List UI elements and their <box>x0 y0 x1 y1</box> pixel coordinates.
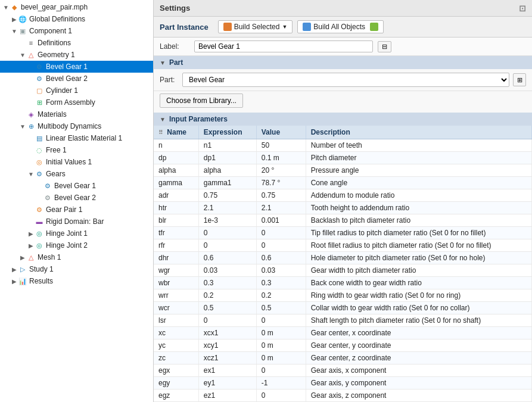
param-expression: 0 <box>198 227 256 239</box>
build-selected-button[interactable]: Build Selected ▼ <box>218 20 293 33</box>
param-name: zc <box>154 352 198 364</box>
tree-item-materials[interactable]: ◈ Materials <box>0 108 153 120</box>
param-name: dhr <box>154 252 198 264</box>
param-expression: xcx1 <box>198 327 256 339</box>
tree-icon-initial-vals: ◎ <box>35 157 44 167</box>
param-name: wgr <box>154 264 198 277</box>
tree-item-geometry1[interactable]: ▼ △ Geometry 1 <box>0 49 153 61</box>
label-input[interactable] <box>194 40 373 52</box>
tree-toggle-hinge-joint1[interactable]: ▶ <box>27 230 35 237</box>
table-row[interactable]: wrr 0.2 0.2 Ring width to gear width rat… <box>154 289 532 302</box>
table-row[interactable]: lsr 0 0 Shaft length to pitch diameter r… <box>154 314 532 327</box>
table-row[interactable]: htr 2.1 2.1 Tooth height to addendum rat… <box>154 202 532 214</box>
tree-item-study1[interactable]: ▶ ▷ Study 1 <box>0 263 153 275</box>
table-row[interactable]: wcr 0.5 0.5 Collar width to gear width r… <box>154 302 532 314</box>
tree-toggle-study1[interactable]: ▶ <box>11 266 18 273</box>
label-action-button[interactable]: ⊟ <box>378 41 391 52</box>
table-row[interactable]: xc xcx1 0 m Gear center, x coordinate <box>154 327 532 339</box>
tree-toggle-root[interactable]: ▼ <box>2 4 10 11</box>
tree-label-component1: Component 1 <box>29 27 72 35</box>
part-select-icon[interactable]: ⊞ <box>513 73 526 86</box>
tree-icon-multibody: ⊕ <box>26 121 36 131</box>
param-value: 0.5 <box>256 302 306 314</box>
table-row[interactable]: egz ez1 0 Gear axis, z component <box>154 389 532 402</box>
param-name: xc <box>154 327 198 339</box>
tree-toggle-global-defs[interactable]: ▶ <box>11 16 18 23</box>
build-selected-arrow[interactable]: ▼ <box>282 24 287 30</box>
table-row[interactable]: wbr 0.3 0.3 Back cone width to gear widt… <box>154 277 532 289</box>
table-row[interactable]: egx ex1 0 Gear axis, x component <box>154 364 532 377</box>
tree-item-bevel-gear-2[interactable]: ⚙ Bevel Gear 2 <box>0 73 153 85</box>
table-row[interactable]: egy ey1 -1 Gear axis, y component <box>154 377 532 389</box>
tree-item-mesh1[interactable]: ▶ △ Mesh 1 <box>0 251 153 263</box>
tree-item-hinge-joint2[interactable]: ▶ ◎ Hinge Joint 2 <box>0 239 153 251</box>
part-section-title: Part <box>169 58 183 67</box>
tree-item-form-assembly[interactable]: ⊞ Form Assembly <box>0 96 153 108</box>
tree-icon-mesh1: △ <box>26 253 36 262</box>
tree-item-results[interactable]: ▶ 📊 Results <box>0 275 153 287</box>
tree-icon-definitions: ≡ <box>26 38 36 48</box>
tree-item-bevel-gear-1[interactable]: ⚙ Bevel Gear 1 <box>0 61 153 73</box>
col-header-value: Value <box>256 126 306 139</box>
table-row[interactable]: dhr 0.6 0.6 Hole diameter to pitch diame… <box>154 252 532 264</box>
col-name-label: Name <box>167 128 186 136</box>
choose-from-library-button[interactable]: Choose from Library... <box>160 94 243 108</box>
tree-item-free1[interactable]: ◌ Free 1 <box>0 144 153 156</box>
tree-item-component1[interactable]: ▼ ▣ Component 1 <box>0 25 153 37</box>
tree-toggle-hinge-joint2[interactable]: ▶ <box>27 242 35 249</box>
tree-icon-hinge-joint1: ◎ <box>35 229 44 238</box>
content-area: Label: ⊟ ▼ Part Part: Bevel Gear ⊞ Choos… <box>154 38 532 402</box>
tree-item-bevel-gear-1b[interactable]: ⚙ Bevel Gear 1 <box>0 180 153 192</box>
tree-toggle-gears[interactable]: ▼ <box>27 171 35 177</box>
input-params-arrow: ▼ <box>160 116 166 123</box>
table-row[interactable]: dp dp1 0.1 m Pitch diameter <box>154 152 532 164</box>
table-row[interactable]: n n1 50 Number of teeth <box>154 139 532 152</box>
tree-icon-form-assembly: ⊞ <box>35 98 44 107</box>
param-name: egy <box>154 377 198 389</box>
build-all-button[interactable]: Build All Objects <box>297 20 384 33</box>
tree-toggle-component1[interactable]: ▼ <box>11 28 18 35</box>
tree-item-bevel-gear-2b[interactable]: ⚙ Bevel Gear 2 <box>0 192 153 204</box>
tree-item-initial-vals[interactable]: ◎ Initial Values 1 <box>0 156 153 168</box>
tree-item-cylinder1[interactable]: ▢ Cylinder 1 <box>0 85 153 96</box>
param-expression: 0.03 <box>198 264 256 277</box>
table-row[interactable]: wgr 0.03 0.03 Gear width to pitch diamet… <box>154 264 532 277</box>
tree-item-global-defs[interactable]: ▶ 🌐 Global Definitions <box>0 13 153 25</box>
table-row[interactable]: adr 0.75 0.75 Addendum to module ratio <box>154 189 532 202</box>
tree-label-gear-pair1: Gear Pair 1 <box>46 205 82 214</box>
tree-toggle-results[interactable]: ▶ <box>11 278 18 285</box>
table-row[interactable]: rfr 0 0 Root fillet radius to pitch diam… <box>154 239 532 252</box>
part-select-row: Part: Bevel Gear ⊞ <box>154 69 532 91</box>
col-header-expression: Expression <box>198 126 256 139</box>
col-value-label: Value <box>262 128 280 136</box>
tree-item-definitions[interactable]: ≡ Definitions <box>0 37 153 49</box>
table-row[interactable]: tfr 0 0 Tip fillet radius to pitch diame… <box>154 227 532 239</box>
part-section-header[interactable]: ▼ Part <box>154 56 532 69</box>
tree-item-root[interactable]: ▼ ◆ bevel_gear_pair.mph <box>0 1 153 13</box>
param-expression: gamma1 <box>198 177 256 189</box>
right-panel: Settings ⊡ Part Instance Build Selected … <box>154 0 532 402</box>
param-description: Backlash to pitch diameter ratio <box>306 214 531 227</box>
tree-item-gear-pair1[interactable]: ⚙ Gear Pair 1 <box>0 204 153 216</box>
table-row[interactable]: zc xcz1 0 m Gear center, z coordinate <box>154 352 532 364</box>
table-row[interactable]: blr 1e-3 0.001 Backlash to pitch diamete… <box>154 214 532 227</box>
part-select[interactable]: Bevel Gear <box>182 73 509 87</box>
left-panel: ▼ ◆ bevel_gear_pair.mph ▶ 🌐 Global Defin… <box>0 0 154 402</box>
table-row[interactable]: gamma gamma1 78.7 ° Cone angle <box>154 177 532 189</box>
param-value: 50 <box>256 139 306 152</box>
table-row[interactable]: yc xcy1 0 m Gear center, y coordinate <box>154 339 532 352</box>
tree-toggle-mesh1[interactable]: ▶ <box>19 254 26 261</box>
tree-label-free1: Free 1 <box>46 146 67 154</box>
tree-item-linear-elastic[interactable]: ▤ Linear Elastic Material 1 <box>0 132 153 144</box>
tree-item-multibody[interactable]: ▼ ⊕ Multibody Dynamics <box>0 120 153 132</box>
tree-item-gears[interactable]: ▼ ⚙ Gears <box>0 168 153 180</box>
param-expression: 0.2 <box>198 289 256 302</box>
tree-toggle-multibody[interactable]: ▼ <box>19 123 26 130</box>
input-params-section-header[interactable]: ▼ Input Parameters <box>154 113 532 126</box>
param-expression: xcz1 <box>198 352 256 364</box>
table-row[interactable]: alpha alpha 20 ° Pressure angle <box>154 164 532 177</box>
tree-item-hinge-joint1[interactable]: ▶ ◎ Hinge Joint 1 <box>0 228 153 239</box>
tree-item-rigid-domain[interactable]: ▬ Rigid Domain: Bar <box>0 216 153 228</box>
tree-toggle-geometry1[interactable]: ▼ <box>19 52 26 58</box>
tree-icon-gear-pair1: ⚙ <box>35 205 44 214</box>
